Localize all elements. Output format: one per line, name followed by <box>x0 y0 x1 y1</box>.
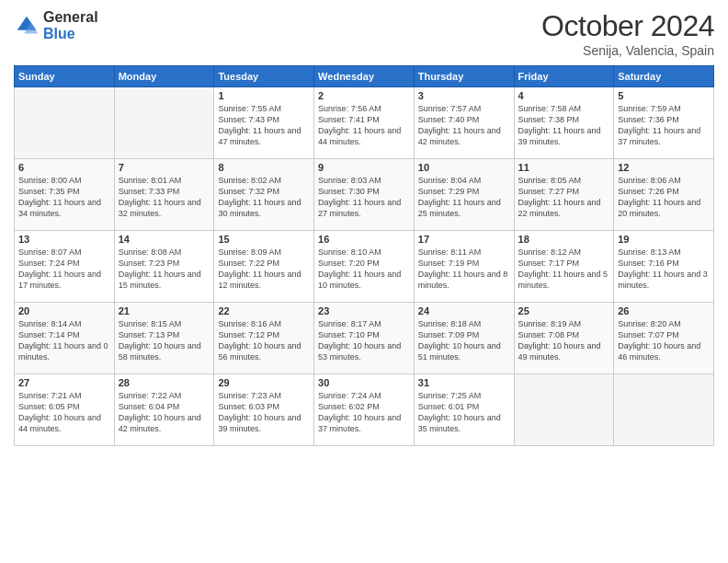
day-info: Sunrise: 8:05 AMSunset: 7:27 PMDaylight:… <box>518 175 610 220</box>
day-number: 15 <box>218 234 310 245</box>
calendar-cell: 16Sunrise: 8:10 AMSunset: 7:20 PMDayligh… <box>314 231 415 303</box>
day-number: 30 <box>318 377 410 388</box>
day-number: 28 <box>119 377 210 388</box>
day-number: 1 <box>218 90 310 101</box>
calendar-cell: 1Sunrise: 7:55 AMSunset: 7:43 PMDaylight… <box>214 87 314 159</box>
day-info: Sunrise: 7:55 AMSunset: 7:43 PMDaylight:… <box>218 103 310 148</box>
day-info: Sunrise: 8:17 AMSunset: 7:10 PMDaylight:… <box>318 318 410 363</box>
calendar-cell: 31Sunrise: 7:25 AMSunset: 6:01 PMDayligh… <box>414 374 514 446</box>
day-info: Sunrise: 8:06 AMSunset: 7:26 PMDaylight:… <box>618 175 710 220</box>
day-number: 20 <box>18 305 110 316</box>
logo-text: General Blue <box>43 9 98 41</box>
calendar-cell: 19Sunrise: 8:13 AMSunset: 7:16 PMDayligh… <box>614 231 714 303</box>
day-number: 11 <box>518 162 610 173</box>
weekday-header-tuesday: Tuesday <box>214 66 314 87</box>
calendar-cell: 11Sunrise: 8:05 AMSunset: 7:27 PMDayligh… <box>514 159 614 231</box>
day-number: 31 <box>418 377 510 388</box>
day-number: 22 <box>218 305 310 316</box>
day-info: Sunrise: 8:14 AMSunset: 7:14 PMDaylight:… <box>18 318 110 363</box>
day-number: 12 <box>618 162 710 173</box>
calendar-body: 1Sunrise: 7:55 AMSunset: 7:43 PMDaylight… <box>15 87 714 446</box>
day-info: Sunrise: 8:16 AMSunset: 7:12 PMDaylight:… <box>218 318 310 363</box>
day-number: 25 <box>518 305 610 316</box>
day-info: Sunrise: 8:07 AMSunset: 7:24 PMDaylight:… <box>18 247 110 292</box>
day-info: Sunrise: 7:59 AMSunset: 7:36 PMDaylight:… <box>618 103 710 148</box>
header: General Blue October 2024 Senija, Valenc… <box>14 9 714 58</box>
calendar-cell: 6Sunrise: 8:00 AMSunset: 7:35 PMDaylight… <box>15 159 115 231</box>
day-info: Sunrise: 7:25 AMSunset: 6:01 PMDaylight:… <box>418 390 510 435</box>
page: General Blue October 2024 Senija, Valenc… <box>0 0 728 563</box>
weekday-header-friday: Friday <box>514 66 614 87</box>
day-info: Sunrise: 8:04 AMSunset: 7:29 PMDaylight:… <box>418 175 510 220</box>
day-number: 6 <box>18 162 110 173</box>
day-info: Sunrise: 8:03 AMSunset: 7:30 PMDaylight:… <box>318 175 410 220</box>
day-number: 5 <box>618 90 710 101</box>
day-number: 7 <box>119 162 210 173</box>
day-number: 8 <box>218 162 310 173</box>
calendar-cell: 21Sunrise: 8:15 AMSunset: 7:13 PMDayligh… <box>114 303 214 374</box>
calendar-cell: 30Sunrise: 7:24 AMSunset: 6:02 PMDayligh… <box>314 374 415 446</box>
calendar-week-row: 1Sunrise: 7:55 AMSunset: 7:43 PMDaylight… <box>15 87 714 159</box>
day-number: 27 <box>18 377 110 388</box>
calendar-cell: 8Sunrise: 8:02 AMSunset: 7:32 PMDaylight… <box>214 159 314 231</box>
day-number: 3 <box>418 90 510 101</box>
logo: General Blue <box>14 9 98 41</box>
day-number: 23 <box>318 305 410 316</box>
calendar-cell <box>514 374 614 446</box>
day-info: Sunrise: 8:11 AMSunset: 7:19 PMDaylight:… <box>418 247 510 292</box>
weekday-header-monday: Monday <box>114 66 214 87</box>
calendar-cell: 12Sunrise: 8:06 AMSunset: 7:26 PMDayligh… <box>614 159 714 231</box>
calendar-cell <box>614 374 714 446</box>
calendar-cell: 28Sunrise: 7:22 AMSunset: 6:04 PMDayligh… <box>114 374 214 446</box>
day-number: 21 <box>119 305 210 316</box>
calendar-cell: 7Sunrise: 8:01 AMSunset: 7:33 PMDaylight… <box>114 159 214 231</box>
day-info: Sunrise: 7:58 AMSunset: 7:38 PMDaylight:… <box>518 103 610 148</box>
day-info: Sunrise: 7:22 AMSunset: 6:04 PMDaylight:… <box>119 390 210 435</box>
day-number: 14 <box>119 234 210 245</box>
day-info: Sunrise: 7:23 AMSunset: 6:03 PMDaylight:… <box>218 390 310 435</box>
day-number: 13 <box>18 234 110 245</box>
calendar-cell: 17Sunrise: 8:11 AMSunset: 7:19 PMDayligh… <box>414 231 514 303</box>
day-number: 2 <box>318 90 410 101</box>
day-info: Sunrise: 8:02 AMSunset: 7:32 PMDaylight:… <box>218 175 310 220</box>
location-title: Senija, Valencia, Spain <box>541 43 714 58</box>
day-number: 29 <box>218 377 310 388</box>
day-info: Sunrise: 8:19 AMSunset: 7:08 PMDaylight:… <box>518 318 610 363</box>
calendar-cell: 29Sunrise: 7:23 AMSunset: 6:03 PMDayligh… <box>214 374 314 446</box>
weekday-header-wednesday: Wednesday <box>314 66 415 87</box>
calendar-week-row: 13Sunrise: 8:07 AMSunset: 7:24 PMDayligh… <box>15 231 714 303</box>
logo-blue: Blue <box>43 26 98 42</box>
day-info: Sunrise: 8:13 AMSunset: 7:16 PMDaylight:… <box>618 247 710 292</box>
weekday-header-sunday: Sunday <box>15 66 115 87</box>
weekday-header-row: SundayMondayTuesdayWednesdayThursdayFrid… <box>15 66 714 87</box>
calendar-header: SundayMondayTuesdayWednesdayThursdayFrid… <box>15 66 714 87</box>
day-info: Sunrise: 8:08 AMSunset: 7:23 PMDaylight:… <box>119 247 210 292</box>
logo-general: General <box>43 9 98 26</box>
calendar-cell: 5Sunrise: 7:59 AMSunset: 7:36 PMDaylight… <box>614 87 714 159</box>
day-info: Sunrise: 8:01 AMSunset: 7:33 PMDaylight:… <box>119 175 210 220</box>
calendar-week-row: 6Sunrise: 8:00 AMSunset: 7:35 PMDaylight… <box>15 159 714 231</box>
day-info: Sunrise: 7:56 AMSunset: 7:41 PMDaylight:… <box>318 103 410 148</box>
day-number: 24 <box>418 305 510 316</box>
calendar-week-row: 27Sunrise: 7:21 AMSunset: 6:05 PMDayligh… <box>15 374 714 446</box>
calendar-cell: 10Sunrise: 8:04 AMSunset: 7:29 PMDayligh… <box>414 159 514 231</box>
day-info: Sunrise: 8:10 AMSunset: 7:20 PMDaylight:… <box>318 247 410 292</box>
logo-icon <box>14 13 40 39</box>
day-info: Sunrise: 8:15 AMSunset: 7:13 PMDaylight:… <box>119 318 210 363</box>
calendar-cell <box>114 87 214 159</box>
weekday-header-saturday: Saturday <box>614 66 714 87</box>
calendar-cell: 3Sunrise: 7:57 AMSunset: 7:40 PMDaylight… <box>414 87 514 159</box>
calendar-table: SundayMondayTuesdayWednesdayThursdayFrid… <box>14 65 714 446</box>
calendar-cell: 24Sunrise: 8:18 AMSunset: 7:09 PMDayligh… <box>414 303 514 374</box>
calendar-cell: 4Sunrise: 7:58 AMSunset: 7:38 PMDaylight… <box>514 87 614 159</box>
day-info: Sunrise: 7:24 AMSunset: 6:02 PMDaylight:… <box>318 390 410 435</box>
day-info: Sunrise: 8:12 AMSunset: 7:17 PMDaylight:… <box>518 247 610 292</box>
day-info: Sunrise: 7:57 AMSunset: 7:40 PMDaylight:… <box>418 103 510 148</box>
calendar-cell <box>15 87 115 159</box>
day-number: 9 <box>318 162 410 173</box>
month-title: October 2024 <box>541 9 714 43</box>
day-info: Sunrise: 8:00 AMSunset: 7:35 PMDaylight:… <box>18 175 110 220</box>
title-block: October 2024 Senija, Valencia, Spain <box>541 9 714 58</box>
calendar-cell: 22Sunrise: 8:16 AMSunset: 7:12 PMDayligh… <box>214 303 314 374</box>
calendar-cell: 2Sunrise: 7:56 AMSunset: 7:41 PMDaylight… <box>314 87 415 159</box>
